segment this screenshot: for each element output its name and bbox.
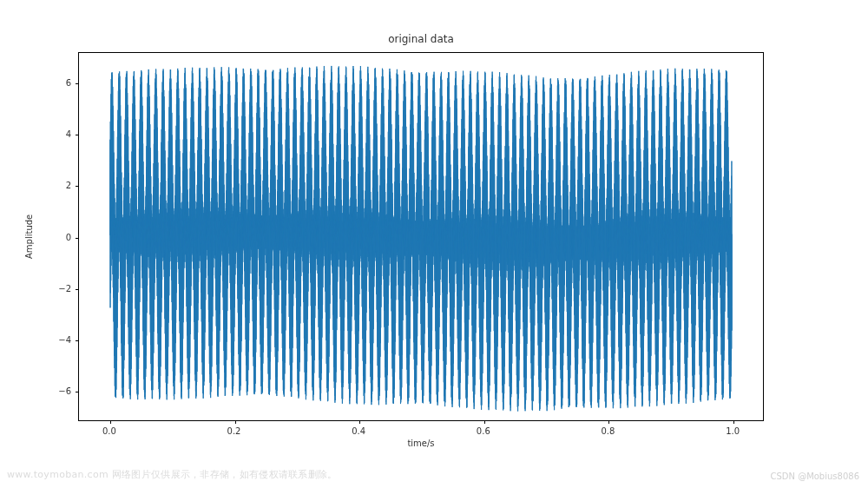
- y-tick-label: 0: [45, 232, 71, 241]
- y-tick-label: 2: [45, 181, 71, 190]
- chart-title: original data: [78, 33, 764, 45]
- x-tick-label: 0.4: [352, 426, 365, 436]
- x-tick-label: 0.8: [602, 426, 615, 436]
- y-tick-label: 6: [45, 78, 71, 88]
- plot-area: [78, 52, 764, 421]
- y-axis-label: Amplitude: [24, 52, 34, 421]
- watermark-left: www.toymoban.com 网络图片仅供展示，非存储，如有侵权请联系删除。: [7, 468, 338, 481]
- x-tick-label: 0.2: [227, 426, 241, 436]
- y-tick-label: −6: [45, 386, 71, 395]
- watermark-right: CSDN @Mobius8086: [770, 472, 859, 481]
- x-tick-label: 1.0: [726, 426, 740, 436]
- waveform-plot: [79, 53, 763, 420]
- x-tick-label: 0.6: [477, 426, 490, 436]
- x-tick-label: 0.0: [102, 426, 116, 436]
- signal-line: [110, 66, 732, 412]
- y-tick-label: −4: [45, 334, 71, 344]
- y-tick-label: −2: [45, 283, 71, 293]
- y-tick-label: 4: [45, 129, 71, 139]
- x-axis-label: time/s: [78, 439, 764, 448]
